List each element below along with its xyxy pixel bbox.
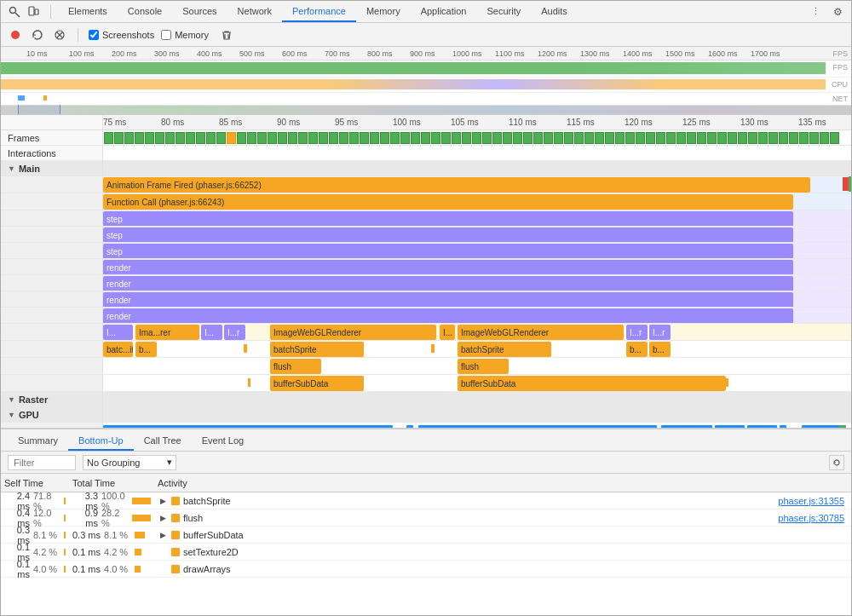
flush-row: flush flush [1,358,851,375]
frame-block [789,132,798,144]
ruler-115ms: 115 ms [567,118,595,127]
tab-call-tree[interactable]: Call Tree [134,432,192,451]
small-event4[interactable]: I...r [626,325,648,340]
record-button[interactable] [8,27,23,43]
render-row3: render [1,291,851,308]
buffersubdata-row: bufferSubData bufferSubData [1,375,851,392]
ruler-105ms: 105 ms [451,118,479,127]
col-header-self-time[interactable]: Self Time [1,478,69,488]
expand-icon-2[interactable]: ▶ [158,530,168,540]
frame-block [237,132,246,144]
cell-activity-1: ▶ flush [154,513,723,523]
tab-network[interactable]: Network [227,1,282,22]
tab-performance[interactable]: Performance [282,1,356,22]
imagegl-bar3[interactable]: ImageWebGLRenderer [458,325,624,340]
refresh-icon[interactable] [829,455,844,470]
frame-block [145,132,154,144]
batc-ite[interactable]: batc...ite [103,342,133,357]
tab-elements[interactable]: Elements [58,1,118,22]
small-event2[interactable]: I... [201,325,222,340]
more-tabs-button[interactable]: ⋮ [807,3,824,20]
frame-block [564,132,573,144]
screenshots-checkbox[interactable]: Screenshots [89,30,154,40]
svg-point-0 [10,7,16,13]
table-row: 0.4 ms 12.0 % 0.9 ms 28.2 % ▶ flush [1,509,851,527]
tab-security[interactable]: Security [476,1,531,22]
memory-checkbox[interactable]: Memory [161,30,209,40]
activity-color-1 [171,514,180,522]
step-bar2[interactable]: step [103,227,793,242]
step-bar1[interactable]: step [103,211,793,226]
main-track-label2 [1,193,103,210]
activity-color-4 [171,565,180,573]
devtools-window: Elements Console Sources Network Perform… [0,0,852,616]
render-bar3[interactable]: render [103,292,793,307]
tab-event-log[interactable]: Event Log [192,432,255,451]
reload-record-button[interactable] [30,27,45,43]
trash-button[interactable] [219,27,234,43]
inspect-icon[interactable] [8,5,21,19]
tab-application[interactable]: Application [411,1,477,22]
render-bar2[interactable]: render [103,276,793,291]
svg-point-4 [11,31,20,39]
batchsprite-bar2[interactable]: batchSprite [458,342,551,357]
tab-audits[interactable]: Audits [531,1,578,22]
b-bar1[interactable]: b... [135,342,157,357]
b-bar2[interactable]: b... [626,342,648,357]
ruler-75ms: 75 ms [103,118,126,127]
frame-block [308,132,318,144]
flush-bar2[interactable]: flush [458,359,509,374]
imagegl-small[interactable]: I... [440,325,455,340]
imagegl-bar1[interactable]: Ima...rer [135,325,199,340]
buffersubdata-bar1[interactable]: bufferSubData [270,376,364,391]
tab-sources[interactable]: Sources [172,1,227,22]
grouping-select[interactable]: No Grouping ▾ [83,455,176,470]
small-event5[interactable]: I...r [649,325,671,340]
small-event3[interactable]: I...r [224,325,245,340]
batchsprite-bar1[interactable]: batchSprite [270,342,364,357]
ruler-100ms: 100 ms [393,118,421,127]
animation-frame-bar[interactable]: Animation Frame Fired (phaser.js:66252) [103,177,810,193]
cell-link-0[interactable]: phaser.js:31355 [723,496,851,506]
device-icon[interactable] [26,5,40,19]
function-call-bar[interactable]: Function Call (phaser.js:66243) [103,194,793,210]
settings-icon[interactable]: ⚙ [831,5,844,19]
frame-block [666,132,676,144]
nav-tabs: Elements Console Sources Network Perform… [58,1,578,22]
filter-input[interactable] [8,455,76,470]
frame-block [595,132,604,144]
frame-block [615,132,625,144]
tab-summary[interactable]: Summary [8,432,68,451]
tab-memory[interactable]: Memory [356,1,411,22]
frame-block [830,132,839,144]
render-bar4[interactable]: render [103,308,793,323]
clear-button[interactable] [52,27,67,43]
frame-block [114,132,124,144]
imagegl-bar2[interactable]: ImageWebGLRenderer [270,325,436,340]
frame-block [411,132,420,144]
flush-bar1[interactable]: flush [270,359,321,374]
cell-link-1[interactable]: phaser.js:30785 [723,513,851,523]
small-event1[interactable]: I... [103,325,133,340]
tab-console[interactable]: Console [118,1,172,22]
col-header-total-time[interactable]: Total Time [69,478,154,488]
col-header-activity[interactable]: Activity [154,478,723,488]
expand-icon-1[interactable]: ▶ [158,513,168,523]
step-bar3[interactable]: step [103,244,793,258]
frame-block [370,132,379,144]
b-bar3[interactable]: b... [649,342,671,357]
interactions-track: Interactions [1,146,851,161]
frame-block [176,132,185,144]
buffersubdata-bar2[interactable]: bufferSubData [458,376,726,391]
frame-block [717,132,727,144]
expand-icon-0[interactable]: ▶ [158,496,168,506]
main-section-label: ▼ Main [1,161,103,176]
frame-block [104,132,113,144]
ruler-120ms: 120 ms [625,118,653,127]
frame-block [155,132,164,144]
render-bar1[interactable]: render [103,260,793,274]
raster-section-header: ▼ Raster [1,392,851,407]
table-row: 0.1 ms 4.0 % 0.1 ms 4.0 % ▶ drawArrays [1,561,851,578]
frame-block [523,132,532,144]
tab-bottom-up[interactable]: Bottom-Up [68,432,134,451]
